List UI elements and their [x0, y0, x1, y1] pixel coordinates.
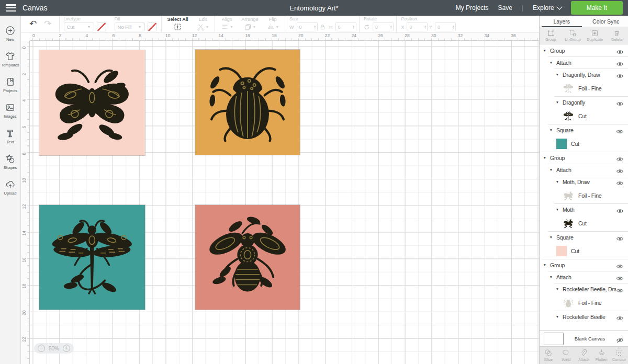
caret-down-icon[interactable]: ▾	[550, 167, 556, 172]
sidebar-item-images[interactable]: Images	[0, 98, 20, 123]
width-stepper[interactable]: ▲▼	[314, 25, 316, 29]
save-link[interactable]: Save	[498, 4, 512, 12]
artboard-moth[interactable]	[39, 50, 145, 155]
weld-button[interactable]: Weld	[557, 347, 575, 364]
contour-button[interactable]: Contour	[610, 347, 628, 364]
my-projects-link[interactable]: My Projects	[456, 4, 489, 12]
layer-row[interactable]: ▾ Attach	[540, 56, 628, 69]
attach-button[interactable]: Attach	[575, 347, 593, 364]
layer-row[interactable]: ▾ Group	[540, 259, 628, 271]
caret-down-icon[interactable]: ▾	[550, 60, 556, 65]
layer-row[interactable]: ▾ Foil - Fine	[540, 81, 628, 96]
caret-down-icon[interactable]: ▾	[556, 287, 563, 291]
group-button[interactable]: Group	[540, 27, 562, 44]
caret-down-icon[interactable]: ▾	[544, 48, 550, 53]
arrange-button[interactable]: Arrange ▼	[238, 16, 262, 32]
artboard-dragonfly[interactable]	[39, 205, 145, 310]
blank-canvas-row[interactable]: Blank Canvas	[540, 331, 628, 346]
eye-icon[interactable]	[616, 207, 624, 212]
eye-icon[interactable]	[616, 286, 624, 292]
tab-layers[interactable]: Layers	[540, 16, 584, 27]
caret-down-icon[interactable]: ▾	[556, 100, 563, 105]
lock-icon[interactable]	[320, 24, 326, 30]
artboard-rockefeller-beetle[interactable]	[195, 50, 300, 155]
layer-row[interactable]: ▾ Cut	[540, 215, 628, 231]
eye-icon[interactable]	[616, 234, 624, 240]
sidebar-item-upload[interactable]: Upload	[0, 175, 20, 200]
align-icon	[221, 23, 229, 31]
slice-button[interactable]: Slice	[540, 347, 557, 364]
flip-button[interactable]: Flip ▼	[263, 16, 283, 32]
eye-icon[interactable]	[616, 72, 624, 77]
sidebar-item-text[interactable]: Text	[0, 123, 20, 149]
sidebar-item-shapes[interactable]: Shapes	[0, 149, 20, 175]
select-all-button[interactable]: Select All	[164, 16, 192, 32]
redo-button[interactable]: ↷	[44, 18, 51, 29]
ruler-tick-label: 2	[59, 33, 62, 38]
caret-down-icon[interactable]: ▾	[556, 207, 563, 212]
zoom-in-button[interactable]: +	[63, 345, 70, 352]
eye-icon[interactable]	[616, 155, 624, 161]
linetype-select[interactable]: Cut ▼	[64, 22, 94, 31]
fill-color-swatch[interactable]	[148, 22, 157, 31]
layer-row[interactable]: ▾ Cut	[540, 108, 628, 124]
eye-off-icon[interactable]	[616, 336, 624, 342]
explore-menu[interactable]: Explore	[533, 4, 562, 12]
height-stepper[interactable]: ▲▼	[353, 25, 355, 29]
layer-row[interactable]: ▾ Group	[540, 44, 628, 56]
delete-button[interactable]: Delete	[606, 27, 628, 44]
sidebar-item-new[interactable]: New	[0, 21, 20, 47]
layer-row[interactable]: ▾ Cut	[540, 136, 628, 152]
eye-icon[interactable]	[616, 60, 624, 65]
hamburger-menu-icon[interactable]	[6, 4, 16, 12]
eye-icon[interactable]	[616, 48, 624, 53]
sidebar-item-projects[interactable]: Projects	[0, 72, 20, 98]
layer-row[interactable]: ▾ Foil - Fine	[540, 295, 628, 311]
eye-icon[interactable]	[616, 274, 624, 280]
y-stepper[interactable]: ▲▼	[452, 25, 454, 29]
layer-row[interactable]: ▾ Dragonfly	[540, 96, 628, 108]
flatten-button[interactable]: Flatten	[592, 347, 610, 364]
layer-row[interactable]: ▾ Square	[540, 231, 628, 243]
layer-row[interactable]: ▾ Rockefeller Beetle	[540, 311, 628, 323]
zoom-out-button[interactable]: −	[38, 345, 45, 352]
eye-icon[interactable]	[616, 99, 624, 105]
eye-icon[interactable]	[616, 262, 624, 268]
eye-icon[interactable]	[616, 167, 624, 173]
tab-color-sync[interactable]: Color Sync	[584, 16, 628, 27]
caret-down-icon[interactable]: ▾	[556, 72, 563, 77]
caret-down-icon[interactable]: ▾	[550, 128, 556, 132]
caret-down-icon[interactable]: ▾	[544, 263, 550, 267]
layer-row[interactable]: ▾ Rockefeller Beetle, Draw	[540, 283, 628, 295]
linetype-color-swatch[interactable]	[97, 22, 106, 31]
layer-row[interactable]: ▾ Cut	[540, 243, 628, 259]
duplicate-button[interactable]: Duplicate	[584, 27, 606, 44]
sidebar-item-templates[interactable]: Templates	[0, 47, 20, 72]
make-it-button[interactable]: Make It	[571, 1, 623, 15]
caret-down-icon[interactable]: ▾	[556, 179, 563, 184]
caret-down-icon[interactable]: ▾	[544, 155, 550, 160]
caret-down-icon[interactable]: ▾	[550, 235, 556, 240]
layer-row[interactable]: ▾ Group	[540, 152, 628, 164]
layer-row[interactable]: ▾ Dragonfly, Draw	[540, 69, 628, 81]
layer-row[interactable]: ▾ Moth, Draw	[540, 176, 628, 188]
align-button[interactable]: Align ▼	[217, 16, 237, 32]
fill-select[interactable]: No Fill ▼	[115, 22, 145, 31]
caret-down-icon[interactable]: ▾	[556, 314, 563, 319]
eye-icon[interactable]	[616, 179, 624, 185]
edit-button[interactable]: Edit ▼	[193, 16, 212, 32]
layer-row[interactable]: ▾ Attach	[540, 271, 628, 283]
layer-row[interactable]: ▾ Moth	[540, 203, 628, 215]
undo-button[interactable]: ↶	[29, 18, 37, 29]
eye-icon[interactable]	[616, 127, 624, 133]
ungroup-button[interactable]: UnGroup	[562, 27, 584, 44]
layer-row[interactable]: ▾ Attach	[540, 164, 628, 176]
x-stepper[interactable]: ▲▼	[424, 25, 426, 29]
artboard-bee[interactable]	[195, 205, 300, 310]
rotate-stepper[interactable]: ▲▼	[390, 25, 392, 29]
caret-down-icon[interactable]: ▾	[550, 275, 556, 279]
eye-icon[interactable]	[616, 314, 624, 320]
layer-row[interactable]: ▾ Square	[540, 124, 628, 136]
canvas-grid[interactable]: − 50% +	[30, 41, 539, 364]
layer-row[interactable]: ▾ Foil - Fine	[540, 188, 628, 203]
